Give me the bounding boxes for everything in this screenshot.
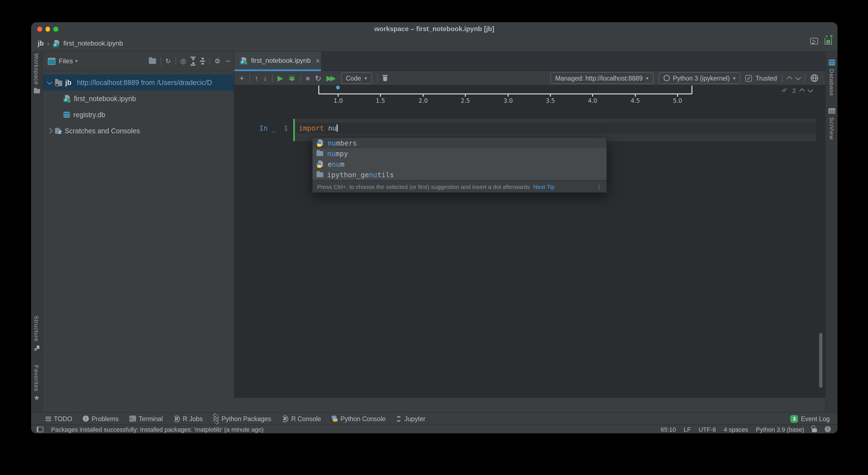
move-cell-up-button[interactable]: ↑ xyxy=(255,74,258,82)
share-feedback-icon[interactable]: ✎ xyxy=(810,38,818,44)
notebook-surface[interactable]: 1.0 1.5 2.0 2.5 3.0 3.5 4.0 4.5 5.0 ✓✓ 2 xyxy=(235,86,825,398)
files-panel-icon xyxy=(48,58,56,65)
code-keyword: import xyxy=(299,124,324,132)
tool-window-database[interactable]: Database xyxy=(826,59,837,96)
completion-hint-bar: Press Ctrl+. to choose the selected (or … xyxy=(313,180,607,192)
refresh-icon[interactable]: ↻ xyxy=(165,58,171,64)
tool-window-terminal[interactable]: >_ Terminal xyxy=(129,415,163,422)
expand-all-icon[interactable] xyxy=(190,57,195,65)
tool-window-workspace[interactable]: Workspace xyxy=(31,53,42,93)
scratches-icon xyxy=(55,128,61,134)
kernel-select[interactable]: Python 3 (ipykernel) ▾ xyxy=(658,72,741,84)
completion-hint: Press Ctrl+. to choose the selected (or … xyxy=(317,183,530,190)
interpreter[interactable]: Python 3.9 (base) xyxy=(756,426,804,433)
problems-icon: ! xyxy=(83,416,89,422)
status-message: Packages installed successfully: Install… xyxy=(51,426,264,433)
jupyter-server-select[interactable]: Managed: http://localhost:8889 ▾ xyxy=(550,72,654,84)
chevron-down-icon: ▾ xyxy=(646,75,648,81)
tool-window-favorites[interactable]: Favorites ★ xyxy=(31,365,42,402)
toolwindow-toggle-icon[interactable] xyxy=(37,426,43,432)
new-folder-icon[interactable] xyxy=(149,58,156,64)
x-tick: 2.5 xyxy=(461,97,470,104)
cell-code-line[interactable]: import nu xyxy=(299,123,338,133)
breadcrumb-file[interactable]: first_notebook.ipynb xyxy=(63,39,123,47)
files-panel-title[interactable]: Files xyxy=(59,57,73,65)
debug-cell-icon[interactable] xyxy=(288,75,296,82)
x-tick: 3.0 xyxy=(503,97,513,104)
python-icon xyxy=(332,416,338,422)
collapse-all-icon[interactable] xyxy=(200,58,205,65)
inspections-count: 2 xyxy=(793,87,796,94)
x-tick: 4.0 xyxy=(588,97,597,104)
app-window: workspace – first_notebook.ipynb [jb] jb… xyxy=(31,22,837,433)
tree-row-scratches[interactable]: Scratches and Consoles xyxy=(43,123,234,139)
chevron-down-icon: ▾ xyxy=(365,75,367,81)
sciview-icon xyxy=(829,108,835,114)
prev-problem-icon[interactable] xyxy=(799,89,804,94)
unlocked-icon[interactable] xyxy=(812,428,817,432)
notifications-icon[interactable]: ! xyxy=(825,426,831,432)
tool-window-python-packages[interactable]: Python Packages xyxy=(213,413,271,424)
x-tick: 1.0 xyxy=(334,97,343,104)
server-folder-icon xyxy=(55,80,62,86)
desktop-background: workspace – first_notebook.ipynb [jb] jb… xyxy=(0,0,868,475)
hide-panel-icon[interactable]: − xyxy=(225,58,230,64)
completion-popup: numbers numpy enum ipython_genutils xyxy=(312,137,607,193)
chevron-right-icon[interactable] xyxy=(47,128,52,133)
close-tab-icon[interactable]: × xyxy=(316,56,320,65)
tool-window-r-console[interactable]: R R Console xyxy=(282,415,321,422)
tab-first-notebook[interactable]: IP first_notebook.ipynb × xyxy=(235,52,321,71)
stop-kernel-button[interactable]: ■ xyxy=(306,74,310,82)
tool-window-todo[interactable]: TODO xyxy=(45,415,72,422)
open-in-browser-icon[interactable] xyxy=(810,74,818,82)
next-problem-icon[interactable] xyxy=(807,87,812,92)
x-tick: 3.5 xyxy=(546,97,555,104)
restart-kernel-button[interactable]: ↻ xyxy=(315,73,321,83)
caret-position[interactable]: 65:10 xyxy=(660,426,676,433)
left-tool-stripe: Workspace Structure Favorites ★ xyxy=(31,52,43,412)
files-dropdown-icon[interactable]: ▾ xyxy=(75,58,78,64)
add-cell-button[interactable]: + xyxy=(239,73,244,83)
tool-window-structure[interactable]: Structure xyxy=(31,316,42,351)
editor-scrollbar[interactable] xyxy=(819,333,822,388)
trusted-checkbox[interactable]: ✓ Trusted xyxy=(746,75,777,81)
tree-row-registry-db[interactable]: registry.db xyxy=(43,107,234,123)
tool-window-r-jobs[interactable]: R R Jobs xyxy=(173,415,203,422)
tool-window-python-console[interactable]: Python Console xyxy=(332,415,385,422)
line-separator[interactable]: LF xyxy=(684,426,691,433)
run-cell-button[interactable]: ▶ xyxy=(278,74,283,82)
tool-window-problems[interactable]: ! Problems xyxy=(83,415,119,422)
indent-setting[interactable]: 4 spaces xyxy=(723,426,748,433)
breadcrumb-project[interactable]: jb xyxy=(38,39,43,47)
cell-focus-bar xyxy=(293,119,294,141)
next-cell-icon[interactable] xyxy=(795,75,800,80)
learn-ide-icon[interactable] xyxy=(825,38,832,44)
completion-item-enum[interactable]: enum xyxy=(313,159,607,170)
locate-icon[interactable]: ◎ xyxy=(180,58,186,64)
tree-row-notebook[interactable]: IP first_notebook.ipynb xyxy=(43,91,234,107)
scatter-point xyxy=(336,86,340,89)
completion-item-numbers[interactable]: numbers xyxy=(313,138,607,148)
completion-item-numpy[interactable]: numpy xyxy=(313,148,607,159)
move-cell-down-button[interactable]: ↓ xyxy=(264,74,267,82)
chevron-down-icon[interactable] xyxy=(47,79,52,84)
file-encoding[interactable]: UTF-8 xyxy=(699,426,716,433)
prev-cell-icon[interactable] xyxy=(787,77,792,81)
next-tip-link[interactable]: Next Tip xyxy=(533,183,555,190)
cell-type-select[interactable]: Code ▾ xyxy=(341,72,372,84)
kernel-status-icon xyxy=(663,75,670,81)
settings-gear-icon[interactable]: ⚙ xyxy=(214,58,220,64)
event-log-button[interactable]: 3 Event Log xyxy=(790,415,830,422)
tool-window-sciview[interactable]: SciView xyxy=(826,108,837,140)
delete-cell-icon[interactable] xyxy=(383,75,388,81)
editor-tab-bar: IP first_notebook.ipynb × xyxy=(235,52,825,71)
notebook-toolbar: + ↑ ↓ ▶ ■ ↻ ▶▶ xyxy=(235,71,825,86)
more-options-icon[interactable]: ⋮ xyxy=(596,183,602,190)
db-file-icon xyxy=(63,112,70,118)
run-all-cells-button[interactable]: ▶▶ xyxy=(327,74,334,82)
lower-band xyxy=(31,398,837,412)
tool-window-jupyter[interactable]: Jupyter xyxy=(396,415,425,422)
completion-item-ipython-genutils[interactable]: ipython_genutils xyxy=(313,170,607,180)
tree-row-server-root[interactable]: jb http://localhost:8889 from /Users/dra… xyxy=(43,75,234,91)
python-module-icon xyxy=(316,160,324,168)
